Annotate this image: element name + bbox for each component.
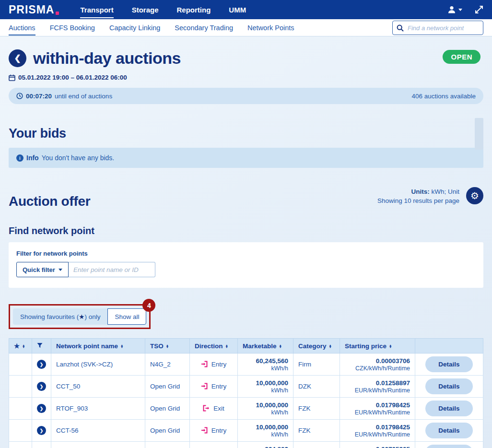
no-bids-info-box: i Info You don't have any bids.	[9, 148, 483, 168]
auction-offer-header: Auction offer Units: kWh; Unit Showing 1…	[9, 187, 483, 209]
fullscreen-icon[interactable]	[475, 5, 483, 14]
header-label: Network point name	[56, 342, 118, 350]
details-cell: Details	[415, 442, 483, 448]
favourite-cell[interactable]	[9, 420, 32, 442]
gear-icon: ⚙	[470, 190, 479, 201]
chevron-right-icon[interactable]: ❯	[37, 426, 46, 435]
search-icon[interactable]	[397, 24, 404, 32]
countdown-time: 00:07:20	[26, 93, 52, 100]
favourite-cell[interactable]	[9, 442, 32, 448]
topnav-right	[447, 5, 483, 14]
header-label: Direction	[195, 342, 223, 350]
topnav-item-reporting[interactable]: Reporting	[177, 1, 211, 18]
subnav-item-fcfs-booking[interactable]: FCFS Booking	[50, 20, 95, 35]
table-row: ❯ CCT-56 Open Grid Entry 10,000,000 kWh/…	[9, 420, 483, 442]
sort-icon: ▲▼	[120, 344, 123, 348]
details-button[interactable]: Details	[425, 401, 472, 416]
countdown-bar: 00:07:20 until end of auctions 406 aucti…	[9, 88, 483, 104]
subnav-item-capacity-linking[interactable]: Capacity Linking	[109, 20, 160, 35]
date-range-text: 05.01.2022 19:00 – 06.01.2022 06:00	[18, 74, 127, 81]
network-point-filter-card: Filter for network points Quick filter	[9, 242, 483, 288]
units-label: Units:	[411, 188, 429, 195]
expand-cell: ❯	[32, 420, 51, 442]
starting-price-cell: 0.01258897 EUR/kWh/h/Runtime	[340, 376, 415, 398]
scrollbar-thumb[interactable]	[475, 118, 483, 150]
settings-button[interactable]: ⚙	[466, 187, 483, 204]
filter-label: Filter for network points	[16, 250, 476, 257]
category-cell: FZK	[293, 420, 340, 442]
favourite-cell[interactable]	[9, 354, 32, 376]
results-settings-summary: Units: kWh; Unit Showing 10 results per …	[377, 187, 459, 205]
starting-price-cell: 0.01798425 EUR/kWh/h/Runtime	[340, 398, 415, 420]
auctions-available-count: 406 auctions available	[411, 93, 476, 100]
units-value: kWh; Unit	[431, 188, 459, 195]
header-label: Marketable	[243, 342, 277, 350]
table-row: ❯ CCT_50 Open Grid Entry 10,000,000 kWh/…	[9, 376, 483, 398]
subnav-item-auctions[interactable]: Auctions	[9, 20, 35, 35]
table-row: ❯ Lanzhot (SVK->CZ) N4G_2 Entry 60,245,5…	[9, 354, 483, 376]
info-text: You don't have any bids.	[42, 154, 115, 162]
point-name-input[interactable]	[69, 262, 155, 277]
expand-cell: ❯	[32, 442, 51, 448]
network-point-name-cell: Greifswald - Entry	[51, 442, 145, 448]
subnav-item-network-points[interactable]: Network Points	[247, 20, 294, 35]
brand-text: PRISMA	[9, 3, 54, 16]
page-title: within-day auctions	[33, 49, 181, 68]
details-button[interactable]: Details	[425, 356, 472, 372]
top-nav-items: Transport Storage Reporting UMM	[80, 1, 447, 18]
column-header-tso[interactable]: TSO▲▼	[145, 339, 190, 354]
topnav-item-storage[interactable]: Storage	[132, 1, 159, 18]
showing-favourites-button[interactable]: Showing favourites (★) only	[13, 308, 107, 325]
column-header-direction[interactable]: Direction▲▼	[190, 339, 238, 354]
category-cell: Firm	[293, 354, 340, 376]
subnav-item-secondary-trading[interactable]: Secondary Trading	[175, 20, 233, 35]
network-point-name-cell: CCT-56	[51, 420, 145, 442]
column-header-network-point-name[interactable]: Network point name▲▼	[51, 339, 145, 354]
prisma-logo[interactable]: PRISMA	[9, 3, 59, 16]
direction-cell: Entry	[190, 420, 238, 442]
sort-icon: ▲▼	[329, 344, 332, 348]
topnav-item-umm[interactable]: UMM	[229, 1, 246, 18]
auction-offer-heading: Auction offer	[9, 194, 90, 209]
info-icon: i	[16, 154, 23, 162]
quick-filter-label: Quick filter	[23, 266, 55, 273]
expand-cell: ❯	[32, 354, 51, 376]
column-header-favourite[interactable]: ★▲▼	[9, 339, 32, 354]
column-header-marketable[interactable]: Marketable▲▼	[238, 339, 293, 354]
chevron-right-icon[interactable]: ❯	[37, 404, 46, 413]
starting-price-cell: 0.01798425 EUR/kWh/h/Runtime	[340, 420, 415, 442]
direction-cell: Entry	[190, 442, 238, 448]
column-header-category[interactable]: Category▲▼	[293, 339, 340, 354]
show-all-button[interactable]: Show all	[107, 308, 146, 325]
expand-cell: ❯	[32, 398, 51, 420]
details-button[interactable]: Details	[425, 378, 472, 394]
details-button[interactable]: Details	[425, 423, 472, 438]
favourite-cell[interactable]	[9, 398, 32, 420]
user-menu-button[interactable]	[447, 5, 462, 14]
column-header-filter[interactable]	[32, 339, 51, 354]
network-point-search-input[interactable]	[408, 24, 475, 32]
favourites-toggle-group: Showing favourites (★) only Show all	[13, 308, 146, 325]
favourite-cell[interactable]	[9, 376, 32, 398]
details-button[interactable]: Details	[425, 445, 472, 448]
back-button[interactable]: ❮	[9, 49, 26, 67]
column-header-starting-price[interactable]: Starting price▲▼	[340, 339, 415, 354]
quick-filter-dropdown[interactable]: Quick filter	[16, 262, 69, 277]
user-icon	[447, 5, 457, 14]
topnav-item-transport[interactable]: Transport	[80, 1, 113, 18]
network-point-name-cell: CCT_50	[51, 376, 145, 398]
column-header-actions	[415, 339, 483, 354]
marketable-cell: 10,000,000 kWh/h	[238, 376, 293, 398]
clock-icon	[16, 93, 23, 99]
sort-icon: ▲▼	[166, 344, 169, 348]
tso-cell: Open Grid	[145, 420, 190, 442]
details-cell: Details	[415, 354, 483, 376]
tso-cell: N4G_2	[145, 354, 190, 376]
filter-icon	[37, 342, 43, 348]
sort-icon: ▲▼	[389, 344, 392, 348]
chevron-down-icon	[59, 269, 62, 271]
starting-price-cell: 0.00003706 CZK/kWh/h/Runtime	[340, 354, 415, 376]
direction-cell: Exit	[190, 398, 238, 420]
chevron-right-icon[interactable]: ❯	[37, 382, 46, 391]
chevron-right-icon[interactable]: ❯	[37, 360, 46, 369]
